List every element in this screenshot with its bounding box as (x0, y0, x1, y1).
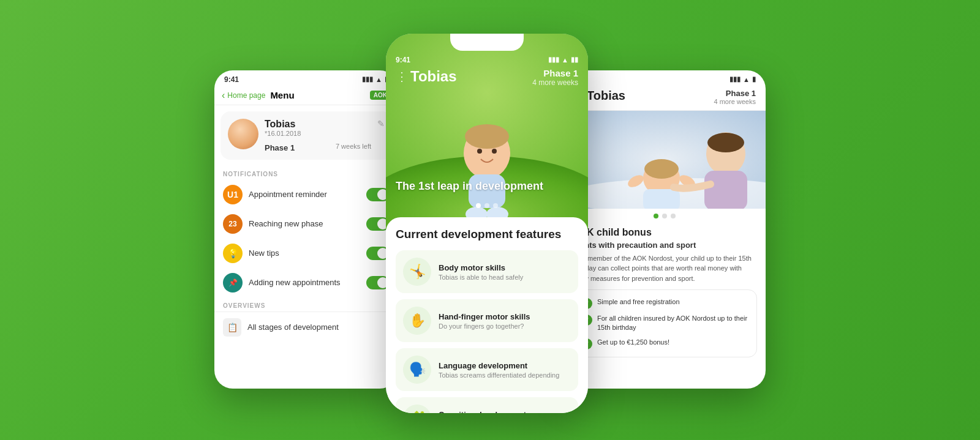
add-appointments-label: Adding new appointments (249, 278, 360, 287)
r-dot-1[interactable] (654, 214, 658, 218)
phone-center: 9:41 ▮▮▮ ▲ ▮▮ (386, 34, 588, 413)
body-motor-info: Body motor skills Tobias is able to head… (439, 263, 523, 281)
phones-container: 9:41 ▮▮▮ ▲ ▮ ‹ Home page Menu AOK Tobias… (214, 21, 766, 419)
bonus-features-box: ✓ Simple and free registration ✓ For all… (572, 289, 757, 357)
bonus-feature-2: ✓ For all children insured by AOK Nordos… (581, 314, 748, 333)
home-page-link[interactable]: Home page (227, 91, 265, 100)
bonus-feature-1: ✓ Simple and free registration (581, 297, 748, 309)
dot-1[interactable] (476, 203, 481, 208)
avatar (228, 119, 258, 149)
phase-label: Reaching new phase (249, 219, 360, 228)
right-hero-image (564, 111, 766, 209)
dev-card-cognitive[interactable]: 🧩 Cognitive development Tobias pursues a… (396, 397, 578, 412)
body-motor-desc: Tobias is able to head safely (439, 274, 523, 281)
left-status-icons: ▮▮▮ ▲ ▮ (362, 75, 388, 83)
dots-indicator (386, 203, 588, 208)
hand-finger-title: Hand-finger motor skills (439, 312, 530, 321)
right-name: Tobias (587, 89, 625, 103)
phase-icon: 23 (223, 214, 243, 234)
profile-name: Tobias (265, 119, 371, 130)
profile-phase: Phase 1 (265, 143, 295, 152)
cognitive-info: Cognitive development Tobias pursues a s… (439, 410, 538, 413)
r-dot-2[interactable] (662, 214, 667, 218)
phone-left: 9:41 ▮▮▮ ▲ ▮ ‹ Home page Menu AOK Tobias… (214, 70, 398, 389)
profile-info: Tobias *16.01.2018 Phase 1 7 weeks left (265, 119, 371, 152)
r-signal-icon: ▮▮▮ (729, 75, 741, 83)
notification-appointment[interactable]: U1 Appointment reminder (214, 180, 398, 209)
center-content: Current development features 🤸 Body moto… (386, 217, 588, 413)
back-arrow-icon[interactable]: ‹ (222, 90, 225, 101)
bonus-feature-2-text: For all children insured by AOK Nordost … (597, 314, 748, 333)
dev-card-language[interactable]: 🗣️ Language development Tobias screams d… (396, 348, 578, 391)
notification-appointments[interactable]: 📌 Adding new appointments (214, 268, 398, 297)
phone-right: 9:41 ▮▮▮ ▲ ▮ ⋮ Tobias Phase 1 4 more wee… (564, 70, 766, 389)
c-wifi-icon: ▲ (562, 56, 568, 64)
svg-point-4 (477, 149, 482, 154)
hero-weeks: 4 more weeks (532, 78, 578, 87)
c-signal-icon: ▮▮▮ (548, 56, 559, 64)
edit-icon[interactable]: ✎ (377, 119, 385, 129)
bonus-feature-1-text: Simple and free registration (597, 297, 680, 307)
dev-section-title: Current development features (396, 227, 578, 242)
appointment-label: Appointment reminder (249, 190, 360, 199)
hand-finger-info: Hand-finger motor skills Do your fingers… (439, 312, 530, 330)
overviews-label: OVERVIEWS (214, 297, 398, 311)
stages-icon: 📋 (223, 318, 241, 337)
body-motor-title: Body motor skills (439, 263, 523, 272)
bonus-title: AOK child bonus (572, 227, 757, 238)
r-dot-3[interactable] (671, 214, 676, 218)
bonus-section: AOK child bonus Points with precaution a… (564, 221, 766, 364)
svg-point-3 (465, 124, 509, 149)
body-motor-icon: 🤸 (403, 258, 431, 286)
language-desc: Tobias screams differentiated depending (439, 371, 559, 379)
svg-point-18 (707, 133, 744, 152)
add-appointments-icon: 📌 (223, 273, 243, 293)
language-title: Language development (439, 361, 559, 370)
hero-name: Tobias (410, 68, 457, 85)
profile-dob: *16.01.2018 (265, 130, 371, 137)
c-battery-icon: ▮▮ (571, 56, 578, 64)
profile-weeks: 7 weeks left (336, 143, 371, 150)
language-icon: 🗣️ (403, 356, 431, 384)
cognitive-title: Cognitive development (439, 410, 538, 413)
tips-label: New tips (249, 248, 360, 258)
right-header: ⋮ Tobias Phase 1 4 more weeks (564, 86, 766, 111)
hand-finger-icon: ✋ (403, 307, 431, 335)
r-battery-icon: ▮ (752, 75, 756, 83)
phone-notch (450, 34, 524, 51)
svg-point-5 (492, 149, 497, 154)
profile-card: Tobias *16.01.2018 Phase 1 7 weeks left … (221, 111, 392, 160)
center-hero: 9:41 ▮▮▮ ▲ ▮▮ (386, 34, 588, 229)
svg-rect-13 (643, 189, 680, 209)
appointment-icon: U1 (223, 185, 243, 204)
menu-dots-icon[interactable]: ⋮ (396, 69, 408, 84)
right-phase: Phase 1 (714, 89, 756, 98)
left-nav: ‹ Home page Menu AOK (214, 86, 398, 105)
svg-rect-17 (704, 171, 747, 209)
notification-phase[interactable]: 23 Reaching new phase (214, 209, 398, 239)
dev-card-body-motor[interactable]: 🤸 Body motor skills Tobias is able to he… (396, 250, 578, 293)
right-weeks: 4 more weeks (714, 98, 756, 105)
language-info: Language development Tobias screams diff… (439, 361, 559, 379)
bonus-feature-3-text: Get up to €1,250 bonus! (597, 338, 669, 347)
notifications-label: NOTIFICATIONS (214, 166, 398, 180)
wifi-icon: ▲ (375, 76, 382, 83)
right-status-bar: 9:41 ▮▮▮ ▲ ▮ (564, 70, 766, 86)
hero-phase: Phase 1 (532, 68, 578, 78)
center-time: 9:41 (396, 56, 410, 64)
stages-label: All stages of development (247, 323, 380, 332)
overview-stages[interactable]: 📋 All stages of development › (214, 311, 398, 343)
svg-point-12 (644, 159, 679, 179)
hand-finger-desc: Do your fingers go together? (439, 323, 530, 330)
notification-tips[interactable]: 💡 New tips (214, 239, 398, 268)
left-time: 9:41 (224, 75, 239, 84)
hero-title: The 1st leap in development (396, 180, 578, 193)
dev-card-hand-finger[interactable]: ✋ Hand-finger motor skills Do your finge… (396, 299, 578, 342)
right-hero-svg (564, 111, 766, 209)
bonus-desc: As a member of the AOK Nordost, your chi… (572, 253, 757, 284)
center-status-icons: ▮▮▮ ▲ ▮▮ (548, 56, 578, 64)
cognitive-icon: 🧩 (403, 405, 431, 412)
left-status-bar: 9:41 ▮▮▮ ▲ ▮ (214, 70, 398, 86)
dot-2[interactable] (484, 203, 489, 208)
dot-3[interactable] (493, 203, 498, 208)
